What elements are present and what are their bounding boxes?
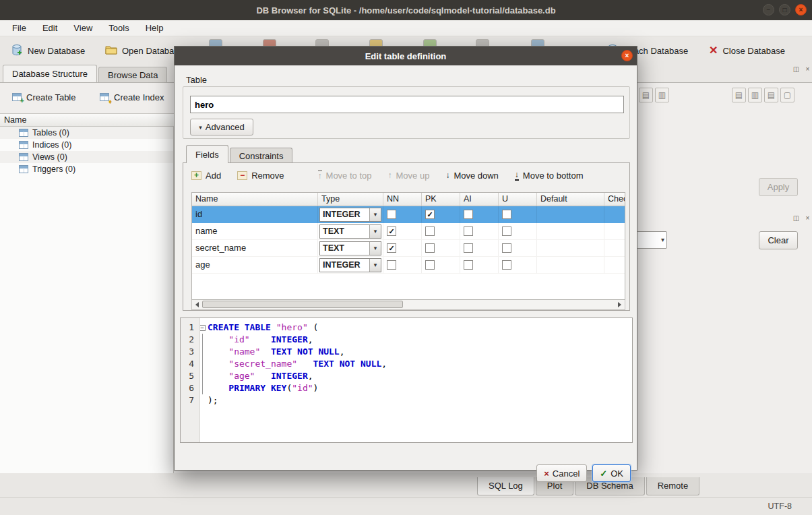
cell-pk: [422, 206, 460, 223]
cell-edit-icon[interactable]: ▤: [732, 88, 746, 102]
cell-edit-icon[interactable]: ▤: [639, 88, 653, 102]
tree-item-views[interactable]: Views (0): [0, 151, 173, 163]
type-combobox[interactable]: INTEGER▾: [319, 258, 381, 272]
hscroll-thumb[interactable]: [202, 301, 403, 308]
bottom-tab-remote[interactable]: Remote: [646, 477, 700, 495]
tree-item-indices[interactable]: Indices (0): [0, 139, 173, 151]
create-table-button[interactable]: Create Table: [7, 88, 81, 107]
dock-close-icon[interactable]: ×: [803, 214, 812, 223]
field-row-id[interactable]: idINTEGER▾: [192, 206, 625, 223]
move-down-label: Move down: [454, 171, 498, 181]
u-checkbox[interactable]: [502, 260, 511, 270]
dialog-close-button[interactable]: ×: [621, 50, 633, 61]
ai-checkbox[interactable]: [464, 243, 473, 253]
column-header-nn[interactable]: NN: [383, 193, 422, 206]
dock-float-icon[interactable]: ◫: [792, 65, 801, 74]
chevron-down-icon: ▾: [369, 225, 381, 238]
type-combobox[interactable]: TEXT▾: [319, 224, 381, 239]
scroll-right-icon[interactable]: [615, 300, 625, 309]
sql-line: 1−CREATE TABLE "hero" (: [181, 322, 632, 334]
cancel-button[interactable]: × Cancel: [536, 464, 587, 482]
ai-checkbox[interactable]: [464, 226, 473, 236]
menu-file[interactable]: File: [4, 21, 34, 35]
column-header-default[interactable]: Default: [537, 193, 604, 206]
hscroll-track[interactable]: [202, 300, 615, 309]
tab-fields[interactable]: Fields: [186, 145, 228, 163]
pk-checkbox[interactable]: [425, 243, 435, 253]
cell-edit-icon[interactable]: ▤: [764, 88, 778, 102]
tree-item-triggers[interactable]: Triggers (0): [0, 163, 173, 175]
column-header-name[interactable]: Name: [192, 193, 318, 206]
ai-checkbox[interactable]: [464, 260, 473, 270]
column-header-pk[interactable]: PK: [422, 193, 460, 206]
dialog-tab-bar: Fields Constraints: [186, 145, 294, 163]
advanced-button[interactable]: ▾ Advanced: [190, 119, 253, 135]
dock-close-icon[interactable]: ×: [803, 65, 812, 74]
ai-checkbox[interactable]: [464, 210, 473, 219]
create-index-button[interactable]: Create Index: [94, 88, 169, 107]
column-header-type[interactable]: Type: [318, 193, 383, 206]
grid-header-row: NameTypeNNPKAIUDefaultCheck: [192, 193, 625, 206]
bottom-tab-sql-log[interactable]: SQL Log: [477, 477, 534, 495]
add-button[interactable]: +Add: [189, 169, 224, 182]
dialog-body: Table ▾ Advanced Fields Constraints +Add…: [175, 65, 637, 470]
dialog-titlebar[interactable]: Edit table definition ×: [175, 47, 637, 65]
sql-line: 7);: [181, 394, 632, 406]
u-checkbox[interactable]: [502, 243, 511, 253]
nn-checkbox[interactable]: [387, 243, 396, 253]
move-to-bottom-button[interactable]: ↓Move to bottom: [512, 169, 586, 182]
grid-hscrollbar[interactable]: [191, 300, 625, 310]
table-name-input[interactable]: [190, 96, 624, 113]
field-row-secret_name[interactable]: secret_nameTEXT▾: [192, 240, 625, 257]
cell-edit-icon[interactable]: ▥: [748, 88, 762, 102]
type-combobox[interactable]: TEXT▾: [319, 241, 381, 255]
scroll-left-icon[interactable]: [192, 300, 202, 309]
column-header-u[interactable]: U: [499, 193, 537, 206]
tab-constraints[interactable]: Constraints: [230, 148, 293, 163]
line-number: 3: [181, 346, 197, 358]
move-to-top-icon: ↑: [318, 170, 322, 181]
nn-checkbox[interactable]: [387, 226, 396, 236]
dock-float-icon[interactable]: ◫: [792, 214, 801, 223]
window-titlebar[interactable]: DB Browser for SQLite - /home/user/code/…: [0, 0, 812, 20]
field-row-name[interactable]: nameTEXT▾: [192, 223, 625, 240]
remove-button[interactable]: −Remove: [235, 169, 286, 182]
sql-token: [208, 334, 228, 344]
field-name-cell: secret_name: [192, 240, 318, 257]
tree-header-name[interactable]: Name: [0, 113, 174, 127]
tab-browse-data[interactable]: Browse Data: [98, 67, 167, 82]
tab-database-structure[interactable]: Database Structure: [3, 65, 97, 82]
column-header-ai[interactable]: AI: [460, 193, 499, 206]
field-row-age[interactable]: ageINTEGER▾: [192, 257, 625, 274]
window-close-button[interactable]: ×: [795, 4, 807, 16]
cell-edit-icon[interactable]: ▢: [780, 88, 794, 102]
ok-button[interactable]: ✓ OK: [592, 464, 631, 482]
menu-tools[interactable]: Tools: [100, 21, 137, 35]
line-number: 4: [181, 358, 197, 370]
tree-item-tables[interactable]: Tables (0): [0, 127, 173, 139]
column-header-check[interactable]: Check: [604, 193, 625, 206]
type-combobox[interactable]: INTEGER▾: [319, 208, 381, 222]
field-default-cell: [537, 206, 604, 223]
close-database-button[interactable]: ✕ Close Database: [705, 40, 789, 61]
minimize-button[interactable]: −: [763, 4, 774, 16]
pk-checkbox[interactable]: [425, 260, 435, 270]
menu-bar: FileEditViewToolsHelp: [0, 20, 812, 36]
menu-edit[interactable]: Edit: [34, 21, 65, 35]
dock-buttons-bottom: ◫ ×: [792, 214, 812, 223]
maximize-button[interactable]: □: [779, 4, 790, 16]
move-down-button[interactable]: ↓Move down: [443, 169, 501, 182]
cell-edit-icon[interactable]: ▥: [655, 88, 669, 102]
menu-view[interactable]: View: [65, 21, 100, 35]
u-checkbox[interactable]: [502, 210, 511, 219]
cell-ai: [460, 257, 499, 274]
pk-checkbox[interactable]: [425, 226, 435, 236]
pk-checkbox[interactable]: [425, 210, 435, 219]
nn-checkbox[interactable]: [387, 260, 396, 270]
line-number: 6: [181, 382, 197, 394]
menu-help[interactable]: Help: [137, 21, 172, 35]
nn-checkbox[interactable]: [387, 210, 396, 219]
u-checkbox[interactable]: [502, 226, 511, 236]
clear-button[interactable]: Clear: [759, 231, 798, 249]
new-database-button[interactable]: New Database: [7, 40, 89, 61]
